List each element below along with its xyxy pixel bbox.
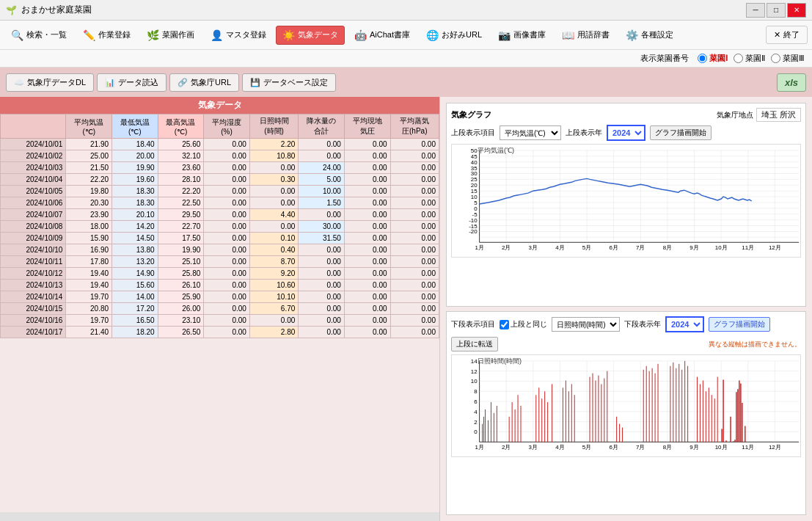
- cell-value: 25.10: [158, 256, 204, 268]
- cell-value: 10.10: [249, 291, 298, 303]
- col-header-sunshine: 日照時間(時間): [249, 114, 298, 139]
- lower-graph-controls: 下段表示項目 上段と同じ 日照時間(時間) 下段表示年 2024 グラフ描画開始…: [451, 316, 801, 351]
- lower-item-select[interactable]: 日照時間(時間): [552, 317, 620, 332]
- svg-text:6月: 6月: [609, 244, 618, 251]
- cell-value: 17.50: [158, 233, 204, 244]
- cell-value: 20.00: [112, 150, 158, 162]
- search-icon: 🔍: [11, 29, 23, 41]
- weather-dl-button[interactable]: ☁️ 気象庁データDL: [6, 73, 94, 92]
- cell-date: 2024/10/17: [1, 327, 66, 338]
- transfer-upper-button[interactable]: 上段に転送: [451, 337, 498, 351]
- table-row: 2024/10/1520.8017.2026.000.006.700.000.0…: [1, 303, 439, 315]
- upper-year-select[interactable]: 2024: [607, 125, 645, 141]
- cell-value: 30.00: [299, 221, 345, 233]
- upper-chart-title: 平均気温(℃): [478, 146, 514, 156]
- maximize-button[interactable]: □: [767, 3, 786, 18]
- cell-value: 0.00: [204, 244, 250, 256]
- garden-radio-2[interactable]: 菜園Ⅱ: [734, 53, 765, 64]
- cell-value: 19.90: [158, 244, 204, 256]
- col-header-avg-temp: 平均気温(℃): [66, 114, 112, 139]
- upper-item-select[interactable]: 平均気温(℃): [500, 125, 561, 140]
- exit-button[interactable]: ✕ 終了: [766, 26, 808, 44]
- menu-glossary[interactable]: 📖 用語辞書: [555, 26, 616, 45]
- photo-icon: 📷: [498, 29, 511, 41]
- same-as-upper-label: 上段と同じ: [511, 319, 547, 329]
- menu-garden-draw[interactable]: 🌿 菜園作画: [140, 26, 201, 45]
- cell-value: 0.00: [390, 174, 439, 186]
- cell-date: 2024/10/05: [1, 186, 66, 197]
- cell-value: 0.00: [204, 303, 250, 315]
- cell-value: 14.50: [112, 233, 158, 244]
- station-value: 埼玉 所沢: [756, 108, 801, 122]
- cell-value: 0.00: [390, 280, 439, 291]
- weather-dl-label: 気象庁データDL: [27, 77, 86, 88]
- cell-value: 0.00: [390, 268, 439, 280]
- menu-search[interactable]: 🔍 検索・一覧: [4, 26, 73, 45]
- menu-url[interactable]: 🌐 お好みURL: [420, 26, 489, 45]
- cell-value: 19.70: [66, 315, 112, 327]
- svg-text:1月: 1月: [475, 444, 483, 451]
- cell-value: 10.60: [249, 280, 298, 291]
- cell-value: 13.80: [112, 244, 158, 256]
- cell-value: 0.00: [299, 150, 345, 162]
- lower-item-label: 下段表示項目: [451, 319, 495, 329]
- cell-value: 0.00: [249, 186, 298, 197]
- minimize-button[interactable]: ─: [746, 3, 765, 18]
- station-label: 気象庁地点: [717, 110, 753, 120]
- cell-value: 31.50: [299, 233, 345, 244]
- garden-radio-1[interactable]: 菜園Ⅰ: [698, 53, 728, 64]
- cell-value: 0.00: [390, 221, 439, 233]
- cell-value: 0.00: [344, 327, 390, 338]
- same-as-upper-check[interactable]: 上段と同じ: [500, 319, 547, 329]
- data-load-button[interactable]: 📊 データ読込: [97, 73, 167, 92]
- cell-value: 0.00: [204, 197, 250, 209]
- svg-text:5月: 5月: [582, 244, 591, 251]
- upper-draw-button[interactable]: グラフ描画開始: [650, 125, 712, 140]
- toolbar: ☁️ 気象庁データDL 📊 データ読込 🔗 気象庁URL 💾 データベース設定 …: [0, 68, 812, 97]
- menu-work[interactable]: ✏️ 作業登録: [76, 26, 137, 45]
- data-load-label: データ読込: [118, 77, 158, 88]
- close-button[interactable]: ✕: [787, 3, 806, 18]
- menu-weather[interactable]: ☀️ 気象データ: [276, 26, 345, 45]
- weather-url-button[interactable]: 🔗 気象庁URL: [169, 73, 239, 92]
- cell-value: 0.00: [204, 256, 250, 268]
- db-settings-button[interactable]: 💾 データベース設定: [242, 73, 336, 92]
- weather-icon: ☀️: [282, 29, 295, 41]
- cell-value: 21.90: [66, 139, 112, 150]
- cell-value: 0.00: [204, 221, 250, 233]
- cell-value: 23.10: [158, 315, 204, 327]
- cell-date: 2024/10/15: [1, 303, 66, 315]
- cell-value: 26.50: [158, 327, 204, 338]
- garden-draw-icon: 🌿: [147, 29, 159, 41]
- svg-text:11月: 11月: [742, 444, 754, 451]
- menu-bar: 🔍 検索・一覧 ✏️ 作業登録 🌿 菜園作画 👤 マスタ登録 ☀️ 気象データ …: [0, 21, 812, 50]
- lower-year-select[interactable]: 2024: [665, 316, 704, 332]
- table-row: 2024/10/1319.4015.6026.100.0010.600.000.…: [1, 280, 439, 291]
- garden-option-3-label: 菜園Ⅲ: [783, 53, 805, 64]
- cell-value: 0.40: [249, 244, 298, 256]
- svg-text:-20: -20: [469, 228, 478, 235]
- table-wrapper[interactable]: 平均気温(℃) 最低気温(℃) 最高気温(℃) 平均湿度(%) 日照時間(時間)…: [0, 114, 439, 512]
- menu-ai[interactable]: 🤖 AiChat書庫: [348, 26, 417, 45]
- menu-settings[interactable]: ⚙️ 各種設定: [619, 26, 680, 45]
- svg-text:3月: 3月: [529, 444, 538, 451]
- cell-value: 10.00: [299, 186, 345, 197]
- xls-button[interactable]: xls: [777, 73, 806, 92]
- menu-master-label: マスタ登録: [226, 29, 266, 40]
- menu-photo-label: 画像書庫: [513, 29, 546, 40]
- menu-master[interactable]: 👤 マスタ登録: [204, 26, 273, 45]
- horizontal-scrollbar[interactable]: [0, 512, 439, 521]
- cell-value: 0.00: [344, 174, 390, 186]
- cell-value: 0.00: [344, 197, 390, 209]
- menu-photo[interactable]: 📷 画像書庫: [491, 26, 552, 45]
- graph-section-label: 気象グラフ: [451, 109, 491, 120]
- lower-draw-button[interactable]: グラフ描画開始: [709, 317, 770, 332]
- cell-value: 0.00: [299, 315, 345, 327]
- garden-bar-label: 表示菜園番号: [640, 53, 689, 64]
- cell-value: 19.80: [66, 186, 112, 197]
- table-row: 2024/10/1117.8013.2025.100.008.700.000.0…: [1, 256, 439, 268]
- cell-value: 23.90: [66, 209, 112, 221]
- table-section: 気象データ 平均気温(℃) 最低気温(℃) 最高気温(℃) 平均湿度(%) 日照…: [0, 97, 440, 521]
- table-row: 2024/10/0818.0014.2022.700.000.0030.000.…: [1, 221, 439, 233]
- garden-radio-3[interactable]: 菜園Ⅲ: [771, 53, 805, 64]
